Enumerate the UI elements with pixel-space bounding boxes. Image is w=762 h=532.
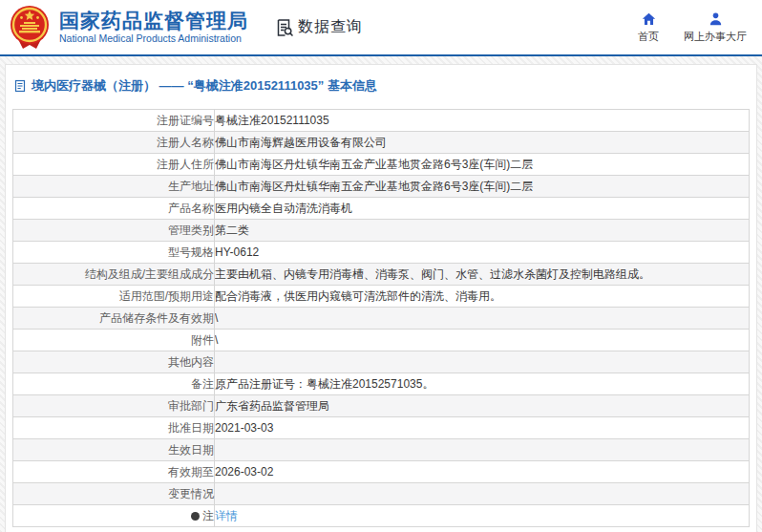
row-value: 主要由机箱、内镜专用消毒槽、消毒泵、阀门、水管、过滤水杀菌灯及控制电路组成。 [215,264,750,286]
row-label: 生效日期 [13,439,215,461]
user-icon [708,11,724,27]
nav-item-label: 首页 [638,30,659,44]
row-label: 结构及组成/主要组成成分 [13,264,215,286]
row-label: 生产地址 [13,176,215,198]
row-value: 原产品注册证号：粤械注准20152571035。 [215,373,750,395]
site-title-block: 国家药品监督管理局 National Medical Products Admi… [59,10,248,45]
table-row: 生效日期 [13,439,750,461]
row-label: 批准日期 [13,417,215,439]
table-row: 生产地址 佛山市南海区丹灶镇华南五金产业基地贯金路6号3座(车间)二层 [13,176,750,198]
row-value [215,351,750,373]
document-icon [13,79,27,93]
data-query-nav[interactable]: 数据查询 [275,17,363,37]
table-row: 注 详情 [13,505,750,527]
row-value: 佛山市南海区丹灶镇华南五金产业基地贯金路6号3座(车间)二层 [215,154,750,176]
info-table-body: 注册证编号 粤械注准20152111035 注册人名称 佛山市南海辉越医用设备有… [13,110,750,527]
table-row: 变更情况 [13,483,750,505]
row-label: 注册证编号 [13,110,215,132]
table-row: 管理类别 第二类 [13,220,750,242]
row-label: 适用范围/预期用途 [13,286,215,308]
table-row: 产品名称 医用内镜全自动清洗消毒机 [13,198,750,220]
table-row: 结构及组成/主要组成成分 主要由机箱、内镜专用消毒槽、消毒泵、阀门、水管、过滤水… [13,264,750,286]
nav-item-label: 网上办事大厅 [684,30,747,44]
row-label: 注 [13,505,215,527]
site-subtitle: National Medical Products Administration [59,32,248,45]
row-label: 附件 [13,330,215,351]
row-value: 2026-03-02 [215,461,750,483]
table-row: 注册证编号 粤械注准20152111035 [13,110,750,132]
row-value: \ [215,330,750,351]
table-row: 备注 原产品注册证号：粤械注准20152571035。 [13,373,750,395]
row-value: 佛山市南海辉越医用设备有限公司 [215,132,750,154]
table-row: 产品储存条件及有效期 \ [13,308,750,330]
national-emblem-icon [8,5,52,51]
row-label: 注册人名称 [13,132,215,154]
row-value: 佛山市南海区丹灶镇华南五金产业基地贯金路6号3座(车间)二层 [215,176,750,198]
info-table: 注册证编号 粤械注准20152111035 注册人名称 佛山市南海辉越医用设备有… [12,109,750,527]
row-value: 广东省药品监督管理局 [215,395,750,417]
detail-link[interactable]: 详情 [215,509,238,522]
table-row: 注册人住所 佛山市南海区丹灶镇华南五金产业基地贯金路6号3座(车间)二层 [13,154,750,176]
table-row: 附件 \ [13,330,750,351]
row-label: 产品名称 [13,198,215,220]
row-value: 配合消毒液，供医用内窥镜可清洗部件的清洗、消毒用。 [215,286,750,308]
row-label: 管理类别 [13,220,215,242]
row-label: 审批部门 [13,395,215,417]
site-logo: 国家药品监督管理局 National Medical Products Admi… [8,5,248,51]
table-row: 审批部门 广东省药品监督管理局 [13,395,750,417]
row-label: 产品储存条件及有效期 [13,308,215,330]
row-value [215,483,750,505]
row-value: \ [215,308,750,330]
row-label: 备注 [13,373,215,395]
row-value: 2021-03-03 [215,417,750,439]
breadcrumb: 境内医疗器械（注册） —— “粤械注准20152111035” 基本信息 [6,65,756,95]
nav-item-service-hall[interactable]: 网上办事大厅 [684,11,747,44]
table-row: 有效期至 2026-03-02 [13,461,750,483]
home-icon [641,11,657,27]
main-content: 境内医疗器械（注册） —— “粤械注准20152111035” 基本信息 注册证… [5,64,757,532]
table-row: 批准日期 2021-03-03 [13,417,750,439]
site-header: 国家药品监督管理局 National Medical Products Admi… [0,0,762,56]
table-row: 型号规格 HY-0612 [13,242,750,264]
breadcrumb-text: 境内医疗器械（注册） —— “粤械注准20152111035” 基本信息 [32,77,377,95]
row-value: 第二类 [215,220,750,242]
row-label: 注册人住所 [13,154,215,176]
row-label: 型号规格 [13,242,215,264]
document-search-icon [275,18,294,37]
row-label: 变更情况 [13,483,215,505]
site-title: 国家药品监督管理局 [59,10,248,32]
table-row: 其他内容 [13,351,750,373]
data-query-label: 数据查询 [298,17,363,37]
row-value: 详情 [215,505,750,527]
table-row: 适用范围/预期用途 配合消毒液，供医用内窥镜可清洗部件的清洗、消毒用。 [13,286,750,308]
header-nav: 首页 网上办事大厅 [638,11,747,44]
table-row: 注册人名称 佛山市南海辉越医用设备有限公司 [13,132,750,154]
row-value: 医用内镜全自动清洗消毒机 [215,198,750,220]
row-label: 其他内容 [13,351,215,373]
row-value: HY-0612 [215,242,750,264]
row-label: 有效期至 [13,461,215,483]
nav-item-home[interactable]: 首页 [638,11,659,44]
row-value: 粤械注准20152111035 [215,110,750,132]
note-icon [191,512,200,521]
row-value [215,439,750,461]
